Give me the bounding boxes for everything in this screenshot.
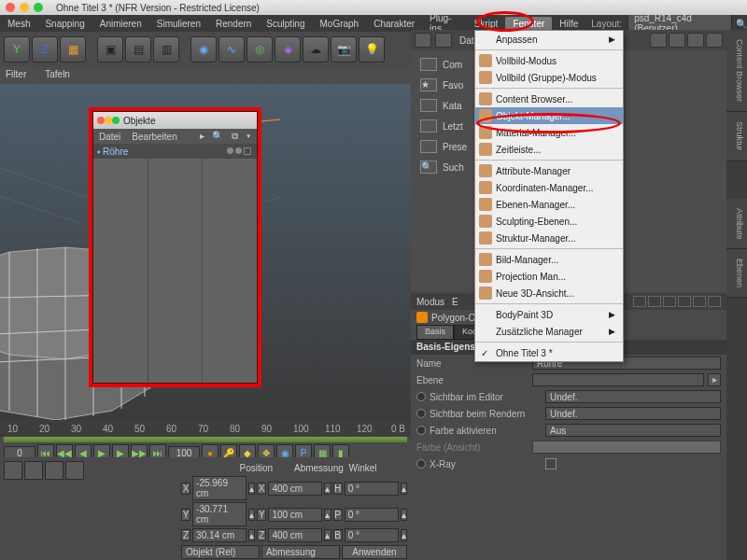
bottom-left-icons <box>0 457 177 560</box>
cb-fwd-icon[interactable] <box>435 33 452 48</box>
vtab-ebenen[interactable]: Ebenen <box>726 249 747 298</box>
objekte-item-row[interactable]: ▪ Röhre <box>93 144 257 159</box>
primitive-icon[interactable]: ◉ <box>190 36 217 63</box>
menu-simulieren[interactable]: Simulieren <box>149 17 208 31</box>
fenster-dropdown: Anpassen▶Vollbild-ModusVollbild (Gruppe)… <box>474 30 624 362</box>
tool-icon[interactable] <box>4 461 22 480</box>
coord-row: Z30.14 cm▴Z400 cm▴B0 °▴ <box>181 527 407 543</box>
checker-icon[interactable] <box>244 147 251 155</box>
window-controls[interactable] <box>6 3 43 12</box>
light-icon[interactable]: 💡 <box>359 36 385 63</box>
coord-row: Y-30.771 cm▴Y100 cm▴P0 °▴ <box>181 501 407 527</box>
deformer-icon[interactable]: ◈ <box>275 36 301 63</box>
search-icon[interactable]: 🔍 <box>736 19 747 29</box>
dropdown-item[interactable]: Sculpting-Ebenen... <box>475 213 623 230</box>
coord-mode-select[interactable]: Objekt (Rel) <box>181 545 260 559</box>
cube-icon[interactable]: ▦ <box>60 36 86 63</box>
dropdown-item[interactable]: Vollbild-Modus <box>475 52 623 69</box>
ebene-input[interactable] <box>532 373 704 386</box>
render-visible-select[interactable]: Undef. <box>545 407 721 420</box>
radio-icon[interactable] <box>416 409 426 418</box>
dropdown-item[interactable]: ✓Ohne Titel 3 * <box>475 344 623 361</box>
dropdown-item[interactable]: Bild-Manager... <box>475 251 623 268</box>
menu-hilfe[interactable]: Hilfe <box>552 17 585 31</box>
vertical-tabs: Content Browser Struktur Attribute Ebene… <box>726 30 747 560</box>
spline-icon[interactable]: ∿ <box>218 36 245 63</box>
dropdown-item[interactable]: Projection Man... <box>475 268 623 285</box>
objekte-panel: Objekte Datei Bearbeiten ▸ 🔍 ⧉ ▾ ▪ Röhre <box>92 111 258 384</box>
color-activate-select[interactable]: Aus <box>545 424 721 437</box>
coord-dim-select[interactable]: Abmessung <box>261 545 340 559</box>
cb-back-icon[interactable] <box>415 33 431 48</box>
menu-charakter[interactable]: Charakter <box>366 17 422 31</box>
dropdown-item[interactable]: Zeitleiste... <box>475 141 623 158</box>
dropdown-item[interactable]: Zusätzliche Manager▶ <box>475 323 623 340</box>
radio-icon[interactable] <box>416 392 426 401</box>
vtab-struktur[interactable]: Struktur <box>726 112 747 161</box>
dropdown-item[interactable]: Attribute-Manager <box>475 162 623 179</box>
tool-icon[interactable] <box>24 461 43 480</box>
dropdown-item[interactable]: Content Browser... <box>475 91 623 107</box>
tool-icon[interactable] <box>65 461 84 480</box>
dropdown-item[interactable]: Ebenen-Manager... <box>475 196 623 213</box>
menu-snapping[interactable]: Snapping <box>37 17 92 31</box>
menu-animieren[interactable]: Animieren <box>92 17 149 31</box>
cb-home-icon[interactable] <box>650 33 667 48</box>
editor-visible-select[interactable]: Undef. <box>545 390 721 403</box>
ruler[interactable]: 1020304050607080901001101200 B <box>0 420 411 437</box>
objekte-datei[interactable]: Datei <box>93 132 126 142</box>
color-swatch <box>532 441 721 454</box>
objekte-body <box>93 159 257 383</box>
radio-icon[interactable] <box>416 426 426 435</box>
menu-sculpting[interactable]: Sculpting <box>259 17 312 31</box>
attr-modus[interactable]: Modus <box>416 297 444 307</box>
coords-bottom: Objekt (Rel) Abmessung Anwenden <box>181 543 407 559</box>
render-region-icon[interactable]: ▤ <box>125 36 151 63</box>
cb-search-icon[interactable] <box>706 33 723 48</box>
close-icon[interactable] <box>6 3 15 12</box>
ebene-picker-icon[interactable]: ▸ <box>708 373 721 386</box>
objekte-toolbar-icons[interactable]: ▸ 🔍 ⧉ ▾ <box>200 131 257 142</box>
attr-nav-icons[interactable] <box>633 296 721 307</box>
field-editor-visible: Sichtbar im EditorUndef. <box>411 388 726 405</box>
vtab-content-browser[interactable]: Content Browser <box>726 30 747 112</box>
coord-row: X-25.969 cm▴X400 cm▴H0 °▴ <box>181 475 407 501</box>
axis-y-icon[interactable]: Y <box>4 36 30 63</box>
coordinates-panel: Position Abmessung Winkel X-25.969 cm▴X4… <box>177 457 411 560</box>
dropdown-item[interactable]: Koordinaten-Manager... <box>475 179 623 196</box>
dropdown-item[interactable]: Vollbild (Gruppe)-Modus <box>475 69 623 86</box>
tool-icon[interactable] <box>45 461 63 480</box>
menu-mesh[interactable]: Mesh <box>0 17 37 31</box>
apply-button[interactable]: Anwenden <box>342 545 407 559</box>
minimize-icon[interactable] <box>20 3 29 12</box>
attr-edit[interactable]: E <box>452 297 458 307</box>
objekte-header[interactable]: Objekte <box>93 112 257 129</box>
render-settings-icon[interactable]: ▥ <box>153 36 179 63</box>
dropdown-item[interactable]: Neue 3D-Ansicht... <box>475 285 623 301</box>
cb-view1-icon[interactable] <box>669 33 685 48</box>
tab-basis[interactable]: Basis <box>416 325 454 340</box>
objekte-bearbeiten[interactable]: Bearbeiten <box>126 132 182 142</box>
environment-icon[interactable]: ☁ <box>303 36 329 63</box>
cb-view2-icon[interactable] <box>687 33 704 48</box>
menu-mograph[interactable]: MoGraph <box>313 17 367 31</box>
render-icon[interactable]: ▣ <box>97 36 123 63</box>
star-icon: ★ <box>420 78 437 91</box>
camera-icon[interactable]: 📷 <box>331 36 357 63</box>
attr-object-type: Polygon-C <box>431 313 475 323</box>
dropdown-item[interactable]: BodyPaint 3D▶ <box>475 306 623 323</box>
dropdown-item[interactable]: Anpassen▶ <box>475 31 623 48</box>
zoom-icon[interactable] <box>34 3 43 12</box>
menu-rendern[interactable]: Rendern <box>208 17 259 31</box>
title-bar: Ohne Titel 3 * (NFR Version - Restricted… <box>0 0 747 15</box>
vtab-attribute[interactable]: Attribute <box>726 199 747 250</box>
radio-icon[interactable] <box>416 459 426 469</box>
axis-z-icon[interactable]: Z <box>32 36 58 63</box>
filter-label[interactable]: Filter <box>6 69 26 79</box>
tafeln-label[interactable]: Tafeln <box>45 69 70 79</box>
xray-checkbox[interactable] <box>545 458 557 469</box>
objekte-menubar: Datei Bearbeiten ▸ 🔍 ⧉ ▾ <box>93 129 257 144</box>
highlight-oval-menu <box>476 11 534 32</box>
dropdown-item[interactable]: Struktur-Manager... <box>475 230 623 246</box>
generator-icon[interactable]: ◎ <box>247 36 273 63</box>
